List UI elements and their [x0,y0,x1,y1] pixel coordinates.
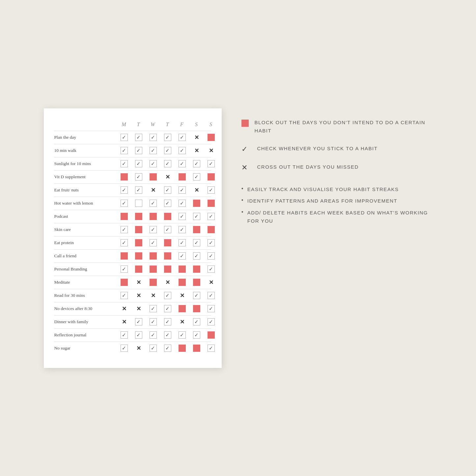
checkmark-icon: ✓ [165,187,170,193]
habit-row: Meditate✕✕✕ [54,276,211,289]
habit-cell [146,250,160,262]
habit-cell: ✓ [160,184,175,196]
red-block-cell [208,134,215,141]
check-cell: ✓ [150,160,157,167]
red-block-cell [208,200,215,207]
habit-cell: ✓ [189,316,204,328]
habit-cell: ✕ [131,302,146,315]
check-cell: ✓ [164,226,171,233]
habit-name: Eat protein [54,240,117,245]
habit-checks: ✓✕✓ [117,171,218,183]
habit-cell: ✓ [160,131,175,144]
habit-cell [204,131,218,144]
red-block-cell [193,266,200,273]
habit-name: Skin care [54,227,117,232]
habit-cell [146,263,160,275]
habit-cell: ✓ [189,157,204,170]
check-cell: ✓ [193,213,200,220]
habit-cell [131,263,146,275]
red-block-cell [135,239,142,246]
check-cell: ✓ [179,226,186,233]
habit-cell: ✓ [160,197,175,210]
checkmark-icon: ✓ [165,306,170,312]
habit-row: Personal Branding✓✓ [54,263,211,276]
check-cell: ✓ [164,331,171,339]
checkmark-icon: ✓ [209,345,213,351]
checkmark-icon: ✓ [151,306,155,312]
checkmark-icon: ✓ [136,174,141,180]
habit-cell: ✕ [189,144,204,157]
habit-cell [117,210,131,223]
bullet-text: EASILY TRACK AND VISUALISE YOUR HABIT ST… [247,185,399,194]
checkmark-icon: ✓ [194,240,199,246]
day-header: F [175,122,189,127]
checkmark-icon: ✓ [122,345,126,351]
red-block-cell [179,345,186,352]
habit-cell [175,263,189,275]
check-cell: ✓ [193,252,200,260]
checkmark-icon: ✓ [151,332,155,338]
red-block-cell [150,279,157,286]
habit-cell [189,302,204,315]
checkmark-icon: ✓ [151,227,155,233]
checkmark-icon: ✓ [180,332,184,338]
habit-cell: ✓ [175,250,189,262]
checkmark-icon: ✓ [209,306,213,312]
habit-name: Eat fruit/ nuts [54,187,117,193]
check-cell: ✓ [135,134,142,141]
cross-cell: ✕ [136,345,141,352]
habit-cell: ✓ [131,171,146,183]
red-block-cell [135,226,142,233]
check-cell: ✓ [121,226,128,233]
red-block-cell [121,173,128,181]
day-header: T [160,122,175,127]
check-cell: ✓ [208,305,215,312]
check-cell: ✓ [179,160,186,167]
day-header: M [117,122,131,127]
habit-cell: ✓ [131,144,146,157]
checkmark-icon: ✓ [180,227,184,233]
habit-cell: ✓ [160,289,175,302]
habit-row: Read for 30 mins✓✕✕✓✕✓✓ [54,289,211,302]
day-header: W [146,122,160,127]
red-block-cell [135,252,142,260]
red-block-cell [121,252,128,260]
red-block-cell [208,331,215,339]
check-cell: ✓ [121,331,128,339]
habit-name: Dinner with family [54,319,117,324]
check-cell: ✓ [135,331,142,339]
habit-cell: ✓ [189,289,204,302]
habit-cell [131,210,146,223]
habit-checks: ✕✓✓✓✕✓✓ [117,316,218,328]
habit-cell: ✕ [146,289,160,302]
habit-name: No sugar [54,346,117,351]
habit-cell: ✕ [204,144,218,157]
checkmark-icon: ✓ [165,161,170,167]
habit-cell: ✓ [204,157,218,170]
checkmark-icon: ✓ [209,319,213,325]
habit-row: Vit D supplement✓✕✓ [54,170,211,183]
check-cell: ✓ [164,345,171,352]
habit-cell: ✕ [117,316,131,328]
check-cell: ✓ [135,147,142,154]
habit-name: Personal Branding [54,266,117,272]
cross-cell: ✕ [151,292,155,299]
checkmark-icon: ✓ [136,161,141,167]
habit-cell: ✓ [175,223,189,236]
checkmark-icon: ✓ [180,213,184,219]
checkmark-icon: ✓ [194,174,199,180]
habit-checks: ✕✕✕ [117,276,218,289]
habit-cell: ✓ [175,144,189,157]
checkmark-icon: ✓ [122,332,126,338]
habit-row: Eat protein✓✓✓✓✓ [54,236,211,249]
cross-cell: ✕ [194,187,199,194]
red-block-cell [164,266,171,273]
check-legend-icon: ✓ [241,145,251,154]
checkmark-icon: ✓ [151,240,155,246]
check-cell: ✓ [164,186,171,194]
check-cell: ✓ [208,213,215,220]
habit-cell [189,263,204,275]
habit-row: Eat fruit/ nuts✓✓✕✓✓✕✓ [54,183,211,197]
habit-checks: ✓✓✓✓✓✕ [117,131,218,144]
habit-cell: ✓ [146,237,160,249]
